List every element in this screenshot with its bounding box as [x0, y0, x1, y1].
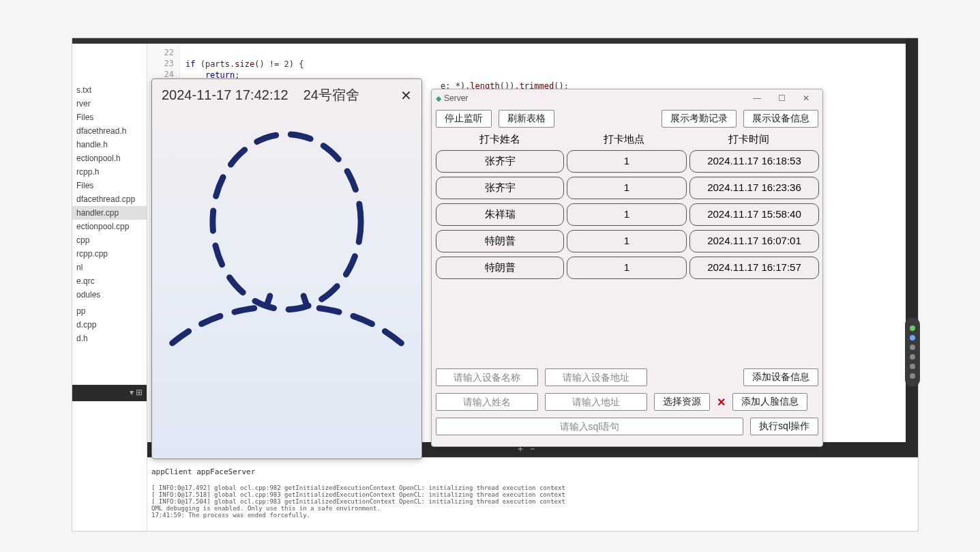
file-item[interactable]: rver	[72, 97, 147, 111]
exec-sql-button[interactable]: 执行sql操作	[750, 418, 818, 435]
face-silhouette	[152, 113, 421, 459]
file-item[interactable]: dfacethread.cpp	[72, 192, 147, 206]
add-face-button[interactable]: 添加人脸信息	[732, 393, 807, 411]
maximize-button[interactable]: ☐	[769, 91, 794, 105]
tool-dot-5[interactable]	[910, 364, 915, 369]
tool-dot-4[interactable]	[910, 354, 915, 360]
person-address-input[interactable]	[545, 393, 647, 411]
file-item[interactable]: s.txt	[72, 83, 147, 97]
choose-resource-button[interactable]: 选择资源	[654, 393, 710, 411]
file-list-secondary: ppd.cppd.h	[72, 302, 147, 345]
file-item[interactable]: nl	[72, 261, 147, 274]
file-item[interactable]: Files	[72, 179, 147, 192]
cell-location: 1	[567, 257, 687, 279]
close-icon[interactable]: ✕	[400, 89, 412, 102]
close-window-button[interactable]: ✕	[794, 91, 818, 105]
floating-tool-pill[interactable]	[905, 317, 920, 387]
sql-input[interactable]	[436, 418, 743, 435]
tool-dot-1[interactable]	[910, 325, 915, 331]
console-output: [ INFO:0@17.492] global ocl.cpp:982 getI…	[151, 484, 914, 519]
file-list: s.txtrverFilesdfacethread.hhandle.hectio…	[72, 44, 147, 302]
table-row: 朱祥瑞12024.11.17 15:58:40	[436, 203, 818, 226]
cell-time: 2024.11.17 16:07:01	[689, 230, 819, 252]
capture-timestamp: 2024-11-17 17:42:12	[162, 87, 288, 103]
file-item[interactable]: ectionpool.cpp	[72, 220, 147, 233]
show-attendance-button[interactable]: 展示考勤记录	[662, 110, 737, 128]
cell-location: 1	[567, 230, 687, 252]
tool-dot-3[interactable]	[910, 345, 915, 350]
file-item[interactable]: odules	[72, 288, 147, 302]
table-row: 张齐宇12024.11.17 16:23:36	[436, 177, 818, 199]
ide-topbar	[72, 38, 918, 44]
cell-time: 2024.11.17 16:18:53	[689, 150, 819, 173]
tool-dot-2[interactable]	[910, 335, 915, 340]
device-name-input[interactable]	[436, 368, 538, 386]
server-window: ◆ Server — ☐ ✕ 停止监听 刷新表格 展示考勤记录 展示设备信息 打…	[431, 89, 823, 447]
ide-file-panel: s.txtrverFilesdfacethread.hhandle.hectio…	[72, 44, 147, 531]
x-icon: ✕	[717, 396, 726, 409]
cell-time: 2024.11.17 16:17:57	[689, 257, 819, 279]
col-name: 打卡姓名	[436, 133, 564, 146]
server-titlebar[interactable]: ◆ Server — ☐ ✕	[432, 89, 822, 107]
cell-location: 1	[567, 150, 687, 173]
table-header: 打卡姓名 打卡地点 打卡时间	[432, 130, 822, 150]
refresh-table-button[interactable]: 刷新表格	[499, 110, 554, 128]
col-location: 打卡地点	[564, 133, 684, 146]
file-item[interactable]: d.cpp	[72, 318, 147, 332]
server-toolbar: 停止监听 刷新表格 展示考勤记录 展示设备信息	[432, 107, 822, 130]
cell-time: 2024.11.17 16:23:36	[689, 177, 819, 199]
add-device-button[interactable]: 添加设备信息	[743, 368, 818, 386]
file-item[interactable]: rcpp.cpp	[72, 247, 147, 261]
face-modal-header: 2024-11-17 17:42:12 24号宿舍 ✕	[152, 79, 421, 107]
device-address-input[interactable]	[545, 368, 647, 386]
face-capture-modal: 2024-11-17 17:42:12 24号宿舍 ✕	[151, 78, 422, 459]
cell-name: 特朗普	[436, 230, 564, 252]
file-item[interactable]: rcpp.h	[72, 165, 147, 179]
file-item[interactable]: ectionpool.h	[72, 151, 147, 165]
cell-name: 朱祥瑞	[436, 203, 564, 226]
panel-divider: ▾ ⊞	[72, 385, 147, 401]
table-row: 张齐宇12024.11.17 16:18:53	[436, 150, 818, 173]
tool-dot-6[interactable]	[910, 373, 915, 379]
form-area: 添加设备信息 选择资源 ✕ 添加人脸信息 执行sql操作	[436, 368, 818, 442]
table-row: 特朗普12024.11.17 16:07:01	[436, 230, 818, 252]
cell-location: 1	[567, 177, 687, 199]
minimize-button[interactable]: —	[745, 91, 769, 105]
file-item[interactable]: d.h	[72, 332, 147, 345]
table-body: 张齐宇12024.11.17 16:18:53张齐宇12024.11.17 16…	[432, 150, 822, 279]
capture-location: 24号宿舍	[303, 86, 400, 104]
file-item[interactable]: handler.cpp	[72, 206, 147, 220]
file-item[interactable]: pp	[72, 304, 147, 318]
table-row: 特朗普12024.11.17 16:17:57	[436, 257, 818, 279]
console-panel: appClient appFaceServer [ INFO:0@17.492]…	[147, 457, 918, 531]
svg-point-0	[213, 134, 361, 310]
panel-expand-icon[interactable]: ▾ ⊞	[125, 385, 147, 400]
server-title: Server	[444, 93, 745, 103]
cell-time: 2024.11.17 15:58:40	[689, 203, 819, 226]
file-item[interactable]: dfacethread.h	[72, 124, 147, 138]
cell-name: 特朗普	[436, 257, 564, 279]
server-app-icon: ◆	[436, 94, 441, 103]
person-name-input[interactable]	[436, 393, 538, 411]
cell-location: 1	[567, 203, 687, 226]
show-device-button[interactable]: 展示设备信息	[743, 110, 818, 128]
cell-name: 张齐宇	[436, 150, 564, 173]
file-item[interactable]: handle.h	[72, 138, 147, 151]
file-item[interactable]: Files	[72, 111, 147, 124]
cell-name: 张齐宇	[436, 177, 564, 199]
file-item[interactable]: e.qrc	[72, 274, 147, 288]
col-time: 打卡时间	[684, 133, 814, 146]
console-tabs[interactable]: appClient appFaceServer	[151, 467, 914, 476]
stop-listen-button[interactable]: 停止监听	[436, 110, 492, 128]
file-item[interactable]: cpp	[72, 233, 147, 247]
